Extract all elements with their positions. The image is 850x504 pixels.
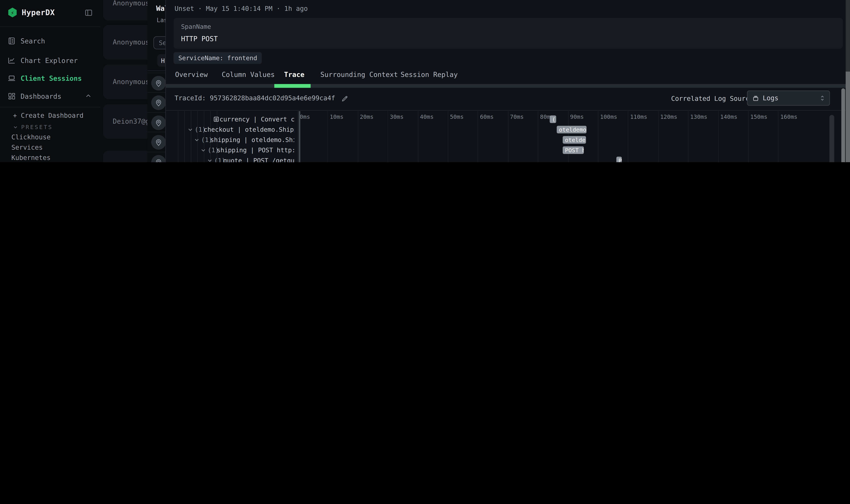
event-rail-row[interactable] — [147, 73, 165, 93]
tab-underline-track — [166, 84, 850, 88]
doc-icon — [8, 37, 16, 45]
tab-overview[interactable]: Overview — [175, 70, 208, 79]
pin-icon — [151, 76, 165, 91]
session-user-name: Anonymous — [113, 0, 147, 7]
trace-span-row[interactable]: (1)shipping | POST http://quo…POST h — [166, 145, 829, 155]
highlighted-toggle-clipped[interactable]: H — [157, 54, 165, 67]
event-flyout-panel: Unset · May 15 1:40:14 PM · 1h ago SpanN… — [165, 0, 850, 162]
session-subtitle-clipped: Las — [157, 17, 165, 24]
flyout-scrollbar[interactable] — [841, 88, 845, 162]
span-name-value: HTTP POST — [181, 35, 218, 43]
session-list-item[interactable]: Anonymous — [103, 65, 147, 99]
span-name-label: SpanName — [181, 23, 211, 31]
span-name: shipping | oteldemo.Shipping… — [210, 136, 294, 144]
sidebar-item-dashboards[interactable]: Dashboards — [0, 89, 100, 103]
hyperdx-logo-icon: ⚡ — [8, 8, 17, 17]
event-meta: Unset · May 15 1:40:14 PM · 1h ago — [175, 5, 308, 13]
sidebar-item-chart-explorer[interactable]: Chart Explorer — [0, 53, 100, 67]
log-event-icon — [213, 116, 220, 123]
create-dashboard-button[interactable]: + Create Dashboard — [13, 112, 84, 119]
event-rail-row[interactable] — [147, 112, 165, 132]
session-user-name: Anonymous — [113, 38, 147, 46]
pin-icon — [151, 135, 165, 150]
correlated-log-source-label: Correlated Log Source — [671, 95, 753, 103]
sidebar-item-client-sessions[interactable]: Client Sessions — [0, 71, 100, 85]
divider — [0, 26, 100, 27]
waterfall-scrollbar-track[interactable] — [829, 115, 834, 162]
select-chevrons-icon — [820, 94, 825, 102]
span-name: currency | Convert convers… — [220, 115, 294, 123]
span-label: (1)checkout | oteldemo.ShippingSe… — [188, 125, 294, 134]
trace-span-row[interactable]: currency | Convert convers…( — [166, 114, 829, 125]
chart-icon — [8, 56, 16, 64]
sidebar-item-label: Client Sessions — [21, 74, 82, 82]
trace-waterfall: 0ms10ms20ms30ms40ms50ms60ms70ms80ms90ms1… — [166, 111, 850, 162]
session-search-input[interactable]: Sea — [153, 36, 165, 49]
log-source-value: Logs — [763, 94, 778, 102]
span-label: (1)shipping | oteldemo.Shipping… — [194, 135, 294, 145]
sidebar: ⚡ HyperDX SearchChart ExplorerClient Ses… — [0, 0, 101, 162]
session-list-item[interactable]: Anonymous — [103, 25, 147, 60]
span-name: quote | POST /getquote — [223, 157, 294, 162]
tab-session-replay[interactable]: Session Replay — [401, 70, 458, 79]
active-tab-underline — [274, 84, 311, 88]
database-icon — [752, 94, 759, 102]
session-list: AnonymousAnonymousAnonymousDeion37@gmWal… — [100, 0, 147, 162]
event-rail-row[interactable] — [147, 152, 165, 162]
tab-column-values[interactable]: Column Values — [222, 70, 275, 79]
chevron-down-icon — [13, 124, 18, 129]
app-title: HyperDX — [22, 8, 55, 17]
window-scrollbar-thumb[interactable] — [846, 72, 850, 162]
tab-trace[interactable]: Trace — [284, 70, 305, 79]
chevron-up-icon — [85, 93, 92, 99]
divider — [0, 107, 100, 107]
span-duration-bar[interactable]: P — [616, 157, 622, 162]
span-duration-bar[interactable]: POST h — [563, 146, 584, 154]
span-name: checkout | oteldemo.ShippingSe… — [204, 126, 294, 133]
session-list-item[interactable]: Anonymous — [103, 0, 147, 21]
chevron-down-icon[interactable] — [201, 147, 206, 153]
divider — [147, 70, 165, 71]
session-user-name: Deion37@gm — [113, 117, 147, 125]
span-duration-bar[interactable]: oteldemo. — [557, 126, 586, 133]
span-duration-bar[interactable]: ( — [550, 115, 556, 123]
preset-kubernetes[interactable]: Kubernetes — [11, 154, 51, 162]
pane-resize-handle[interactable] — [299, 111, 300, 162]
span-label: (1)quote | POST /getquote — [207, 155, 294, 162]
chevron-down-icon[interactable] — [188, 127, 193, 132]
event-rail-row[interactable] — [147, 132, 165, 152]
pin-icon — [151, 155, 165, 162]
event-rail-row[interactable] — [147, 92, 165, 113]
span-name-card: SpanName HTTP POST — [174, 18, 843, 49]
grid-icon — [8, 92, 16, 100]
laptop-icon — [8, 74, 16, 82]
trace-id: TraceId: 957362828baa84dc02d95a4e6e99ca4… — [175, 94, 349, 102]
service-name-chip[interactable]: ServiceName: frontend — [174, 52, 262, 64]
trace-span-row[interactable]: (1)checkout | oteldemo.ShippingSe…otelde… — [166, 125, 829, 134]
chevron-down-icon[interactable] — [194, 137, 199, 143]
flyout-tabs: OverviewColumn ValuesTraceSurrounding Co… — [166, 70, 850, 84]
edit-pencil-icon[interactable] — [342, 94, 349, 102]
chevron-down-icon[interactable] — [207, 158, 212, 162]
session-user-name: Anonymous — [113, 78, 147, 86]
sidebar-item-label: Chart Explorer — [21, 56, 78, 64]
sidebar-collapse-icon[interactable] — [85, 9, 93, 17]
span-label: (1)shipping | POST http://quo… — [201, 145, 294, 155]
log-source-select[interactable]: Logs — [747, 91, 830, 106]
session-list-item[interactable]: Deion37@gm — [103, 104, 147, 139]
span-name: shipping | POST http://quo… — [217, 146, 294, 154]
session-list-item[interactable]: Walton9@ho — [103, 151, 147, 162]
preset-clickhouse[interactable]: Clickhouse — [11, 133, 51, 141]
presets-section[interactable]: PRESETS — [13, 124, 53, 130]
tab-surrounding-context[interactable]: Surrounding Context — [320, 70, 398, 79]
pin-icon — [151, 115, 165, 130]
preset-services[interactable]: Services — [11, 144, 43, 151]
hyperdx-app: ⚡ HyperDX SearchChart ExplorerClient Ses… — [0, 0, 850, 162]
sidebar-item-label: Search — [21, 37, 45, 45]
pin-icon — [151, 95, 165, 110]
span-duration-bar[interactable]: otelde — [563, 136, 586, 144]
trace-span-row[interactable]: (1)quote | POST /getquoteP — [166, 155, 829, 162]
sidebar-item-search[interactable]: Search — [0, 34, 100, 48]
trace-span-row[interactable]: (1)shipping | oteldemo.Shipping…otelde — [166, 135, 829, 145]
logo[interactable]: ⚡ HyperDX — [8, 8, 55, 17]
